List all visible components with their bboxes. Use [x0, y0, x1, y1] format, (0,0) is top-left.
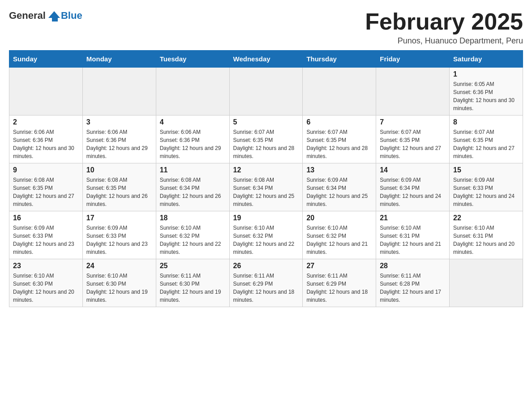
day-info: Sunrise: 6:08 AMSunset: 6:34 PMDaylight:… [233, 176, 299, 208]
calendar-cell: 18Sunrise: 6:10 AMSunset: 6:32 PMDayligh… [156, 211, 229, 259]
calendar-cell: 2Sunrise: 6:06 AMSunset: 6:36 PMDaylight… [9, 116, 83, 163]
day-number: 14 [380, 166, 446, 174]
day-number: 13 [306, 166, 372, 174]
day-number: 25 [160, 262, 226, 270]
day-info: Sunrise: 6:10 AMSunset: 6:31 PMDaylight:… [380, 224, 446, 256]
calendar-cell: 4Sunrise: 6:06 AMSunset: 6:36 PMDaylight… [156, 116, 229, 163]
calendar-cell: 15Sunrise: 6:09 AMSunset: 6:33 PMDayligh… [450, 163, 523, 211]
day-info: Sunrise: 6:10 AMSunset: 6:32 PMDaylight:… [233, 224, 299, 256]
day-info: Sunrise: 6:10 AMSunset: 6:30 PMDaylight:… [86, 272, 152, 304]
logo: General Blue [9, 9, 82, 22]
weekday-header-thursday: Thursday [303, 51, 376, 68]
day-info: Sunrise: 6:06 AMSunset: 6:36 PMDaylight:… [13, 128, 79, 160]
weekday-header-monday: Monday [82, 51, 156, 68]
calendar-cell: 13Sunrise: 6:09 AMSunset: 6:34 PMDayligh… [303, 163, 376, 211]
month-title: February 2025 [365, 9, 523, 34]
calendar-header: SundayMondayTuesdayWednesdayThursdayFrid… [9, 51, 523, 68]
calendar-cell: 17Sunrise: 6:09 AMSunset: 6:33 PMDayligh… [82, 211, 156, 259]
day-info: Sunrise: 6:05 AMSunset: 6:36 PMDaylight:… [453, 80, 519, 112]
calendar-cell [229, 68, 303, 116]
calendar-week-2: 2Sunrise: 6:06 AMSunset: 6:36 PMDaylight… [9, 116, 523, 163]
calendar-cell: 10Sunrise: 6:08 AMSunset: 6:35 PMDayligh… [82, 163, 156, 211]
calendar-cell: 14Sunrise: 6:09 AMSunset: 6:34 PMDayligh… [376, 163, 450, 211]
day-number: 20 [306, 214, 372, 222]
day-number: 22 [453, 214, 519, 222]
day-number: 3 [86, 118, 152, 126]
day-number: 26 [233, 262, 299, 270]
day-number: 19 [233, 214, 299, 222]
day-number: 5 [233, 118, 299, 126]
calendar-cell: 9Sunrise: 6:08 AMSunset: 6:35 PMDaylight… [9, 163, 83, 211]
day-info: Sunrise: 6:10 AMSunset: 6:32 PMDaylight:… [160, 224, 226, 256]
calendar-week-4: 16Sunrise: 6:09 AMSunset: 6:33 PMDayligh… [9, 211, 523, 259]
calendar-body: 1Sunrise: 6:05 AMSunset: 6:36 PMDaylight… [9, 68, 523, 307]
day-info: Sunrise: 6:09 AMSunset: 6:34 PMDaylight:… [380, 176, 446, 208]
svg-marker-1 [52, 17, 58, 21]
calendar-cell: 5Sunrise: 6:07 AMSunset: 6:35 PMDaylight… [229, 116, 303, 163]
weekday-header-friday: Friday [376, 51, 450, 68]
day-number: 21 [380, 214, 446, 222]
page-header: General Blue February 2025 Punos, Huanuc… [9, 9, 523, 46]
weekday-header-wednesday: Wednesday [229, 51, 303, 68]
day-info: Sunrise: 6:10 AMSunset: 6:32 PMDaylight:… [306, 224, 372, 256]
day-info: Sunrise: 6:08 AMSunset: 6:35 PMDaylight:… [13, 176, 79, 208]
calendar-cell: 12Sunrise: 6:08 AMSunset: 6:34 PMDayligh… [229, 163, 303, 211]
weekday-header-sunday: Sunday [9, 51, 83, 68]
day-info: Sunrise: 6:06 AMSunset: 6:36 PMDaylight:… [160, 128, 226, 160]
day-number: 8 [453, 118, 519, 126]
calendar-week-3: 9Sunrise: 6:08 AMSunset: 6:35 PMDaylight… [9, 163, 523, 211]
day-info: Sunrise: 6:11 AMSunset: 6:29 PMDaylight:… [306, 272, 372, 304]
calendar-cell: 3Sunrise: 6:06 AMSunset: 6:36 PMDaylight… [82, 116, 156, 163]
day-info: Sunrise: 6:07 AMSunset: 6:35 PMDaylight:… [453, 128, 519, 160]
logo-icon [47, 9, 61, 22]
day-info: Sunrise: 6:09 AMSunset: 6:34 PMDaylight:… [306, 176, 372, 208]
day-info: Sunrise: 6:10 AMSunset: 6:30 PMDaylight:… [13, 272, 79, 304]
calendar-cell: 8Sunrise: 6:07 AMSunset: 6:35 PMDaylight… [450, 116, 523, 163]
calendar-cell [156, 68, 229, 116]
day-info: Sunrise: 6:11 AMSunset: 6:30 PMDaylight:… [160, 272, 226, 304]
calendar-table: SundayMondayTuesdayWednesdayThursdayFrid… [9, 50, 523, 307]
day-info: Sunrise: 6:08 AMSunset: 6:34 PMDaylight:… [160, 176, 226, 208]
day-info: Sunrise: 6:07 AMSunset: 6:35 PMDaylight:… [306, 128, 372, 160]
calendar-cell [376, 68, 450, 116]
day-number: 2 [13, 118, 79, 126]
day-info: Sunrise: 6:11 AMSunset: 6:29 PMDaylight:… [233, 272, 299, 304]
day-info: Sunrise: 6:08 AMSunset: 6:35 PMDaylight:… [86, 176, 152, 208]
calendar-cell: 21Sunrise: 6:10 AMSunset: 6:31 PMDayligh… [376, 211, 450, 259]
calendar-cell: 19Sunrise: 6:10 AMSunset: 6:32 PMDayligh… [229, 211, 303, 259]
day-number: 24 [86, 262, 152, 270]
calendar-cell: 20Sunrise: 6:10 AMSunset: 6:32 PMDayligh… [303, 211, 376, 259]
day-number: 4 [160, 118, 226, 126]
day-number: 7 [380, 118, 446, 126]
day-info: Sunrise: 6:11 AMSunset: 6:28 PMDaylight:… [380, 272, 446, 304]
calendar-cell: 7Sunrise: 6:07 AMSunset: 6:35 PMDaylight… [376, 116, 450, 163]
day-info: Sunrise: 6:07 AMSunset: 6:35 PMDaylight:… [380, 128, 446, 160]
day-number: 9 [13, 166, 79, 174]
day-info: Sunrise: 6:10 AMSunset: 6:31 PMDaylight:… [453, 224, 519, 256]
calendar-cell: 6Sunrise: 6:07 AMSunset: 6:35 PMDaylight… [303, 116, 376, 163]
calendar-cell: 25Sunrise: 6:11 AMSunset: 6:30 PMDayligh… [156, 259, 229, 307]
day-number: 11 [160, 166, 226, 174]
calendar-cell: 1Sunrise: 6:05 AMSunset: 6:36 PMDaylight… [450, 68, 523, 116]
calendar-cell [303, 68, 376, 116]
day-number: 18 [160, 214, 226, 222]
calendar-cell: 28Sunrise: 6:11 AMSunset: 6:28 PMDayligh… [376, 259, 450, 307]
day-info: Sunrise: 6:09 AMSunset: 6:33 PMDaylight:… [453, 176, 519, 208]
day-number: 16 [13, 214, 79, 222]
calendar-cell: 23Sunrise: 6:10 AMSunset: 6:30 PMDayligh… [9, 259, 83, 307]
day-number: 28 [380, 262, 446, 270]
calendar-cell [9, 68, 83, 116]
calendar-cell: 27Sunrise: 6:11 AMSunset: 6:29 PMDayligh… [303, 259, 376, 307]
day-number: 23 [13, 262, 79, 270]
calendar-week-1: 1Sunrise: 6:05 AMSunset: 6:36 PMDaylight… [9, 68, 523, 116]
day-info: Sunrise: 6:09 AMSunset: 6:33 PMDaylight:… [86, 224, 152, 256]
day-number: 12 [233, 166, 299, 174]
weekday-header-saturday: Saturday [450, 51, 523, 68]
calendar-cell: 16Sunrise: 6:09 AMSunset: 6:33 PMDayligh… [9, 211, 83, 259]
logo-blue-text: Blue [61, 10, 82, 21]
day-number: 10 [86, 166, 152, 174]
weekday-header-row: SundayMondayTuesdayWednesdayThursdayFrid… [9, 51, 523, 68]
svg-marker-0 [48, 11, 60, 18]
calendar-cell: 24Sunrise: 6:10 AMSunset: 6:30 PMDayligh… [82, 259, 156, 307]
day-number: 17 [86, 214, 152, 222]
